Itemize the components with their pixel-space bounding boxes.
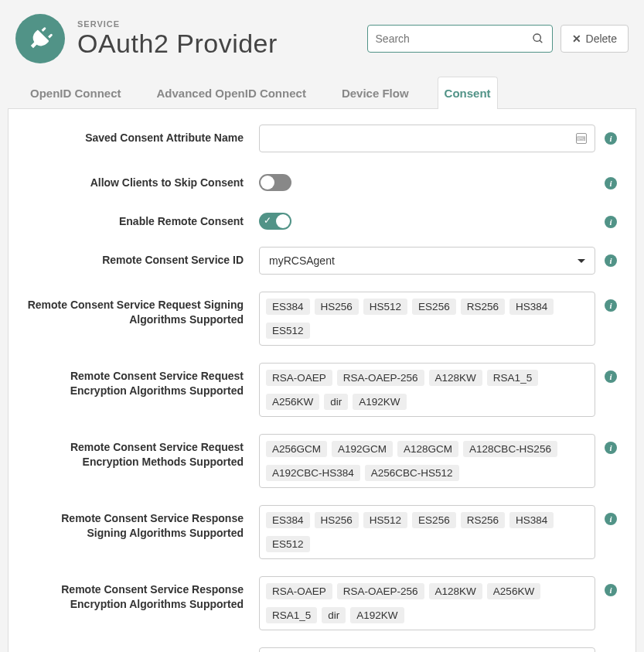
tag[interactable]: A128GCM (397, 441, 458, 457)
search-input[interactable] (367, 25, 553, 53)
tag[interactable]: dir (324, 394, 348, 410)
tag[interactable]: A256KW (266, 394, 319, 410)
delete-label: Delete (586, 32, 617, 45)
tag[interactable]: RS256 (461, 299, 505, 315)
tag[interactable]: HS384 (509, 299, 554, 315)
search-field[interactable] (376, 32, 532, 45)
tag[interactable]: HS384 (509, 512, 554, 528)
req-sign-tagbox[interactable]: ES384HS256HS512ES256RS256HS384ES512 (259, 292, 595, 346)
resp-sign-tagbox[interactable]: ES384HS256HS512ES256RS256HS384ES512 (259, 505, 595, 559)
tag[interactable]: A256KW (487, 583, 540, 599)
tag[interactable]: A256CBC-HS512 (365, 465, 459, 481)
allow-skip-toggle[interactable] (259, 174, 291, 191)
tag[interactable]: A192GCM (332, 441, 393, 457)
tab-advanced-openid-connect[interactable]: Advanced OpenID Connect (150, 77, 313, 109)
resp-enc-alg-tagbox[interactable]: RSA-OAEPRSA-OAEP-256A128KWA256KWRSA1_5di… (259, 576, 595, 630)
close-icon: ✕ (572, 32, 581, 45)
plug-icon (15, 14, 65, 63)
tag[interactable]: HS256 (315, 512, 359, 528)
info-icon[interactable]: i (605, 299, 617, 312)
tag[interactable]: RSA-OAEP-256 (337, 583, 424, 599)
tag[interactable]: ES512 (266, 323, 310, 339)
req-enc-alg-label: Remote Consent Service Request Encryptio… (27, 363, 259, 398)
tag[interactable]: ES256 (412, 512, 456, 528)
tag[interactable]: RS256 (461, 512, 505, 528)
tag[interactable]: dir (322, 607, 346, 623)
resp-enc-alg-label: Remote Consent Service Response Encrypti… (27, 576, 259, 612)
tag[interactable]: A128KW (429, 583, 482, 599)
enable-remote-label: Enable Remote Consent (27, 208, 259, 229)
tag[interactable]: HS512 (363, 512, 407, 528)
req-sign-label: Remote Consent Service Request Signing A… (27, 292, 259, 327)
info-icon[interactable]: i (605, 216, 617, 228)
tag[interactable]: ES512 (266, 536, 310, 552)
saved-consent-attr-label: Saved Consent Attribute Name (27, 125, 259, 145)
enable-remote-toggle[interactable]: ✓ (259, 213, 291, 230)
chevron-down-icon (578, 259, 585, 263)
consent-panel: Saved Consent Attribute Name ⌨ i Allow C… (8, 109, 636, 652)
tag[interactable]: RSA-OAEP (266, 583, 332, 599)
tag[interactable]: A256GCM (266, 441, 327, 457)
tag[interactable]: A128CBC-HS256 (463, 441, 557, 457)
tag[interactable]: ES384 (266, 299, 310, 315)
tab-bar: OpenID Connect Advanced OpenID Connect D… (8, 76, 636, 109)
resp-enc-meth-label: Remote Consent Service Response Encrypti… (27, 647, 259, 652)
tag[interactable]: RSA1_5 (487, 370, 538, 386)
delete-button[interactable]: ✕ Delete (561, 25, 629, 53)
keyboard-icon: ⌨ (576, 133, 587, 144)
saved-consent-attr-input[interactable]: ⌨ (259, 125, 595, 152)
info-icon[interactable]: i (605, 513, 617, 525)
allow-skip-label: Allow Clients to Skip Consent (27, 169, 259, 190)
tag[interactable]: A192CBC-HS384 (266, 465, 360, 481)
service-label: SERVICE (77, 19, 355, 29)
tag[interactable]: A128KW (429, 370, 482, 386)
tab-consent[interactable]: Consent (438, 77, 498, 109)
page-header: SERVICE OAuth2 Provider ✕ Delete (8, 8, 636, 76)
service-id-select[interactable]: myRCSAgent (259, 247, 595, 275)
resp-enc-meth-tagbox[interactable]: A256GCMA192GCMA128GCMA128CBC-HS256A192CB… (259, 647, 595, 652)
search-icon (532, 32, 544, 45)
req-enc-alg-tagbox[interactable]: RSA-OAEPRSA-OAEP-256A128KWRSA1_5A256KWdi… (259, 363, 595, 417)
tag[interactable]: ES256 (412, 299, 456, 315)
info-icon[interactable]: i (605, 442, 617, 454)
page-title: OAuth2 Provider (77, 29, 355, 59)
tag[interactable]: RSA-OAEP-256 (337, 370, 424, 386)
resp-sign-label: Remote Consent Service Response Signing … (27, 505, 259, 541)
info-icon[interactable]: i (605, 370, 617, 383)
service-id-value: myRCSAgent (269, 254, 335, 267)
info-icon[interactable]: i (605, 132, 617, 145)
info-icon[interactable]: i (605, 177, 617, 189)
tag[interactable]: ES384 (266, 512, 310, 528)
saved-consent-attr-field[interactable] (267, 132, 576, 145)
info-icon[interactable]: i (605, 584, 617, 596)
tag[interactable]: A192KW (353, 394, 406, 410)
tag[interactable]: A192KW (350, 607, 404, 623)
tag[interactable]: RSA-OAEP (266, 370, 332, 386)
req-enc-meth-tagbox[interactable]: A256GCMA192GCMA128GCMA128CBC-HS256A192CB… (259, 434, 595, 488)
tab-openid-connect[interactable]: OpenID Connect (23, 77, 128, 109)
tag[interactable]: HS512 (363, 299, 407, 315)
service-id-label: Remote Consent Service ID (27, 247, 259, 268)
tag[interactable]: HS256 (315, 299, 359, 315)
tab-device-flow[interactable]: Device Flow (335, 77, 416, 109)
info-icon[interactable]: i (605, 254, 617, 267)
req-enc-meth-label: Remote Consent Service Request Encryptio… (27, 434, 259, 469)
tag[interactable]: RSA1_5 (266, 607, 317, 623)
